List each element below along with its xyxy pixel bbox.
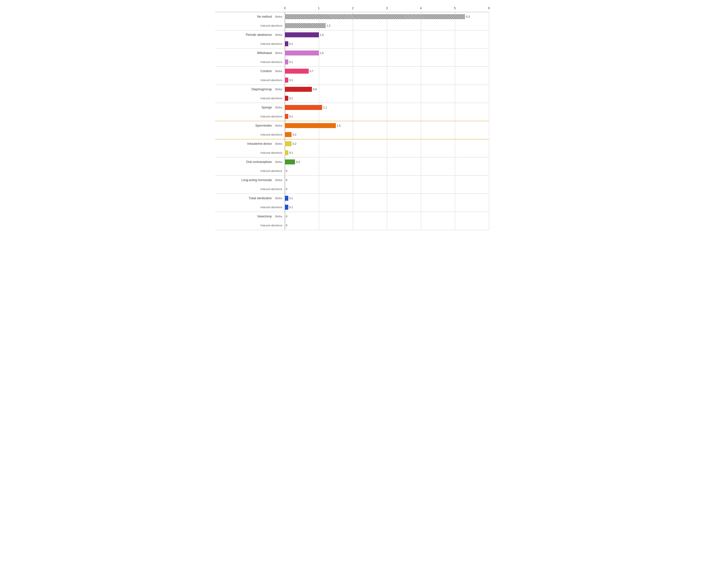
grid-line	[387, 176, 387, 185]
bar-value-label: 0.1	[289, 97, 293, 100]
grid-line	[353, 194, 353, 203]
row-label-col: Induced abortions	[215, 133, 285, 136]
bar: 0.1	[285, 41, 288, 46]
row-label-col: Withdrawal Births	[215, 51, 285, 55]
bar-row: Induced abortions0.1	[215, 148, 489, 157]
method-group-10: Tubal sterilization Births0.1Induced abo…	[215, 194, 489, 212]
grid-line	[387, 167, 387, 175]
bar-row: Sponge Births1.1	[215, 103, 489, 112]
grid-line	[319, 85, 319, 94]
row-label-col: Vasectomy Births	[215, 215, 285, 218]
bar: 1.5	[285, 123, 336, 128]
grid-line	[489, 49, 489, 57]
bar-value-label: 0.1	[289, 79, 293, 82]
row-label-col: Induced abortions	[215, 42, 285, 45]
method-group-2: Withdrawal Births1.0Induced abortions0.1	[215, 48, 489, 66]
bar-row: Induced abortions0.1	[215, 94, 489, 103]
row-label-col: No method Births	[215, 15, 285, 18]
grid-line	[353, 212, 353, 221]
row-label-col: Long-acting hormonals Births	[215, 178, 285, 182]
row-label-col: Condom Births	[215, 69, 285, 73]
bar-value-label: 0.1	[289, 197, 293, 200]
method-group-7: Intrauterine device Births0.2Induced abo…	[215, 139, 489, 157]
x-tick-5: 5	[454, 6, 456, 10]
bar-value-label: 0	[286, 215, 287, 218]
grid-line	[353, 203, 353, 212]
bar-value-label: 1.0	[320, 33, 324, 36]
bar-container: 0	[285, 221, 489, 230]
grid-line	[319, 212, 319, 221]
grid-line	[353, 49, 353, 57]
grid-line	[353, 121, 353, 130]
bar: 0.1	[285, 150, 288, 155]
bar-container: 5.3	[285, 12, 489, 21]
grid-line	[353, 30, 353, 39]
grid-line	[387, 85, 387, 94]
method-group-0: No method Births5.3Induced abortions1.2	[215, 12, 489, 30]
bar-row: Induced abortions0.1	[215, 39, 489, 48]
grid-line	[387, 103, 387, 112]
bar-value-label: 0	[286, 188, 287, 191]
bar-value-label: 0.7	[310, 70, 313, 73]
bar-container: 1.0	[285, 49, 489, 57]
grid-line	[489, 12, 489, 21]
bar: 0.1	[285, 78, 288, 82]
grid-line	[319, 221, 319, 230]
bar-type-label: Induced abortions	[260, 188, 282, 191]
bar-value-label: 0.2	[293, 133, 296, 136]
grid-line	[387, 39, 387, 48]
grid-line	[353, 67, 353, 76]
grid-line	[387, 76, 387, 84]
row-label-col: Induced abortions	[215, 79, 285, 82]
grid-line	[489, 176, 489, 185]
bar-value-label: 1.5	[337, 124, 341, 127]
row-label-col: Periodic abstinence Births	[215, 33, 285, 37]
bar-type-label: Induced abortions	[260, 42, 282, 45]
grid-line	[489, 57, 489, 66]
bar-value-label: 0.2	[293, 142, 296, 145]
grid-line	[319, 112, 319, 121]
bar-row: Withdrawal Births1.0	[215, 49, 489, 57]
bar-value-label: 0.1	[289, 60, 293, 63]
grid-line	[489, 121, 489, 130]
bar: 0.1	[285, 96, 288, 101]
bar: 0.3	[285, 159, 295, 165]
method-name: Tubal sterilization	[249, 196, 272, 200]
grid-line	[319, 139, 319, 148]
grid-line	[353, 76, 353, 84]
bar-value-label: 1.0	[320, 52, 324, 55]
grid-line	[353, 85, 353, 94]
grid-line	[353, 21, 353, 30]
grid-line	[353, 176, 353, 185]
grid-line	[489, 76, 489, 84]
row-label-col: Induced abortions	[215, 188, 285, 191]
x-tick-4: 4	[420, 6, 422, 10]
grid-line	[387, 203, 387, 212]
grid-line	[387, 212, 387, 221]
bar: 0.2	[285, 132, 292, 137]
bar-type-label: Births	[275, 33, 282, 36]
method-group-8: Oral contraceptives Births0.3Induced abo…	[215, 157, 489, 175]
bar-container: 1.2	[285, 21, 489, 30]
grid-line	[489, 112, 489, 121]
bar-value-label: 1.2	[327, 24, 330, 27]
bar-container: 0	[285, 176, 489, 185]
method-name: Condom	[260, 69, 272, 73]
row-label-col: Induced abortions	[215, 97, 285, 100]
grid-line	[353, 130, 353, 139]
bar-type-label: Births	[275, 15, 282, 18]
bar-type-label: Births	[275, 215, 282, 218]
grid-line	[353, 94, 353, 103]
method-name: Periodic abstinence	[246, 33, 272, 37]
bar-value-label: 0	[286, 170, 287, 172]
grid-line	[387, 112, 387, 121]
bar-row: Induced abortions0	[215, 221, 489, 230]
bar-row: Induced abortions0.2	[215, 130, 489, 139]
grid-line	[353, 221, 353, 230]
row-label-col: Tubal sterilization Births	[215, 196, 285, 200]
bar-row: Intrauterine device Births0.2	[215, 139, 489, 148]
bar-value-label: 1.1	[323, 106, 327, 109]
grid-line	[387, 67, 387, 76]
x-tick-3: 3	[386, 6, 388, 10]
grid-line	[319, 203, 319, 212]
